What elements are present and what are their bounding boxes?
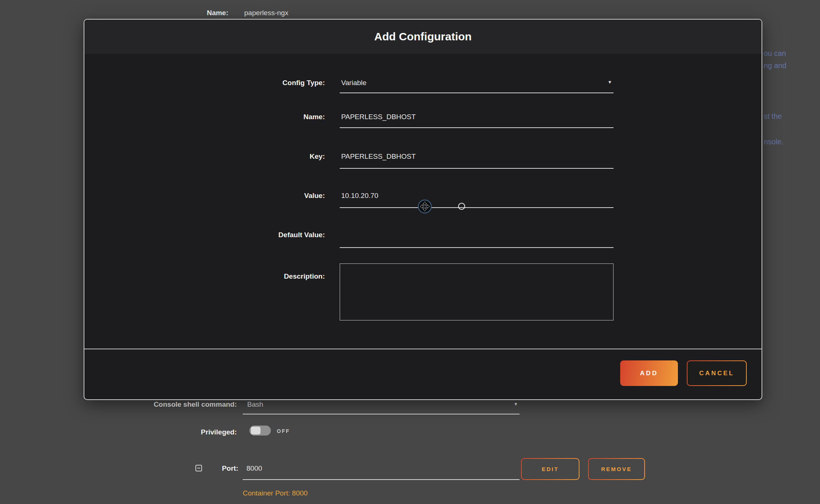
clipped-help-text: ng and	[764, 61, 786, 70]
click-indicator-ring	[458, 203, 465, 210]
privileged-toggle[interactable]	[249, 426, 271, 436]
value-input[interactable]	[340, 190, 614, 201]
name-label: Name:	[84, 113, 325, 121]
console-shell-select[interactable]: Bash	[247, 400, 263, 409]
dropdown-arrow-icon[interactable]: ▼	[514, 402, 518, 406]
privileged-state-label: OFF	[277, 428, 290, 434]
clipped-help-text: ou can	[764, 49, 786, 58]
description-textarea[interactable]	[340, 263, 614, 320]
remove-button[interactable]: REMOVE	[588, 458, 645, 480]
config-type-label: Config Type:	[84, 79, 325, 87]
port-underline	[243, 479, 520, 480]
container-name-value[interactable]: paperless-ngx	[244, 9, 288, 17]
remove-button-label: REMOVE	[589, 459, 644, 479]
privileged-label: Privileged:	[0, 428, 237, 436]
default-value-label: Default Value:	[84, 231, 325, 239]
description-label: Description:	[84, 272, 325, 280]
cancel-button[interactable]: CANCEL	[687, 360, 747, 386]
console-shell-underline	[243, 414, 520, 414]
value-label: Value:	[84, 192, 325, 200]
edit-button[interactable]: EDIT	[521, 458, 579, 480]
console-shell-label: Console shell command:	[0, 400, 237, 409]
move-cursor-icon	[417, 199, 432, 214]
config-type-select[interactable]: Variable	[341, 79, 611, 87]
container-port-note: Container Port: 8000	[243, 489, 308, 497]
key-underline	[340, 168, 614, 169]
value-underline	[340, 207, 614, 208]
toggle-knob	[251, 427, 261, 434]
name-input[interactable]	[340, 111, 614, 122]
cancel-button-label: CANCEL	[688, 361, 746, 385]
clipped-help-text: st the	[764, 112, 782, 121]
add-button[interactable]: ADD	[620, 360, 678, 386]
key-label: Key:	[84, 152, 325, 161]
config-type-underline	[340, 93, 614, 93]
dropdown-arrow-icon[interactable]: ▼	[608, 80, 612, 84]
edit-button-label: EDIT	[522, 459, 579, 479]
port-label: Port:	[0, 464, 238, 473]
default-value-input[interactable]	[340, 229, 614, 241]
port-value[interactable]: 8000	[246, 464, 262, 473]
modal-title: Add Configuration	[374, 30, 471, 43]
default-value-underline	[340, 247, 614, 248]
clipped-help-text: nsole.	[764, 138, 783, 146]
container-name-label: Name:	[0, 9, 228, 17]
modal-footer-divider	[84, 349, 762, 349]
key-input[interactable]	[340, 151, 614, 162]
modal-header: Add Configuration	[84, 20, 762, 54]
name-underline	[340, 127, 614, 128]
